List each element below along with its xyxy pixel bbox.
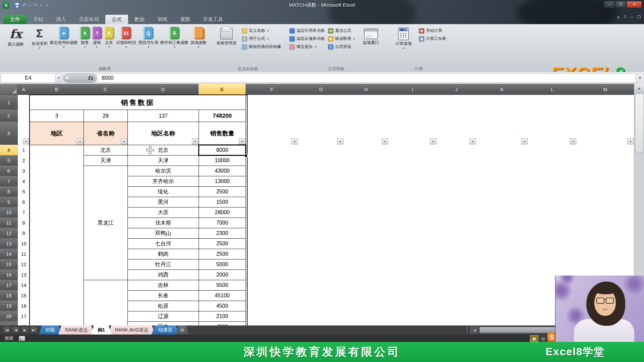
tab-splitter-handle[interactable] — [467, 326, 471, 334]
cell-D11[interactable]: 佳木斯 — [127, 218, 199, 228]
cell-C5-merged[interactable]: 天津 — [84, 155, 128, 166]
cell-F5[interactable] — [246, 155, 299, 166]
cell-I10[interactable] — [388, 207, 437, 218]
cell-K11[interactable] — [476, 218, 528, 228]
cell-K5[interactable] — [476, 155, 528, 166]
ribbon-button-最近使用的函数[interactable]: ★最近使用的函数▼ — [49, 25, 79, 66]
row-header-9[interactable]: 9 — [0, 197, 18, 207]
ribbon-tab-页面布局[interactable]: 页面布局 — [72, 15, 105, 24]
select-all-corner[interactable] — [0, 84, 18, 95]
row-header-2[interactable]: 2 — [0, 110, 18, 122]
cell-M7[interactable] — [577, 176, 634, 187]
cell-A16[interactable]: 13 — [18, 269, 30, 280]
cell-G9[interactable] — [298, 197, 344, 207]
ribbon-tab-开始[interactable]: 开始 — [27, 15, 50, 24]
cell-G18[interactable] — [298, 290, 344, 301]
ribbon-button-开始计算[interactable]: ▦开始计算 — [419, 28, 446, 34]
cell-A17[interactable]: 14 — [18, 280, 30, 291]
vertical-scrollbar-thumb[interactable] — [635, 94, 644, 153]
cell-F4[interactable] — [246, 145, 299, 156]
cell-F20[interactable] — [246, 311, 299, 322]
row-header-5[interactable]: 5 — [0, 155, 18, 166]
cell-M14[interactable] — [577, 249, 634, 259]
cell-D9[interactable]: 黑河 — [127, 197, 199, 207]
ribbon-button-计算选项[interactable]: 计算选项▼ — [390, 25, 417, 66]
cell-E12[interactable]: 2300 — [199, 228, 246, 239]
cell-H1[interactable] — [344, 95, 389, 110]
cell-G5[interactable] — [298, 155, 344, 166]
cell-K12[interactable] — [476, 228, 528, 239]
row-header-3[interactable]: 3 — [0, 122, 18, 145]
cell-K18[interactable] — [476, 290, 528, 301]
cell-F1[interactable] — [246, 95, 299, 110]
cell-F3[interactable] — [246, 122, 299, 145]
cell-E15[interactable]: 5000 — [199, 259, 246, 270]
expand-formula-bar-icon[interactable]: ▼ — [636, 74, 644, 82]
cell-G10[interactable] — [298, 207, 344, 218]
cell-J16[interactable] — [437, 269, 477, 280]
cell-E11[interactable]: 7000 — [199, 218, 246, 228]
last-sheet-icon[interactable]: ▶| — [30, 326, 38, 334]
ribbon-button-追踪引用单元格[interactable]: 追踪引用单元格 — [289, 28, 325, 34]
cell-D20[interactable]: 辽源 — [127, 311, 199, 322]
cell-C4-merged[interactable]: 北京 — [84, 145, 128, 156]
cell-M11[interactable] — [577, 218, 634, 228]
cell-E21[interactable]: 4000 — [199, 321, 246, 325]
column-header-I[interactable]: I — [388, 84, 437, 95]
cell-G16[interactable] — [298, 269, 344, 280]
cell-A4[interactable]: 1 — [18, 145, 30, 156]
cell-F17[interactable] — [246, 280, 299, 291]
cell-L10[interactable] — [528, 207, 577, 218]
row-header-16[interactable]: 16 — [0, 269, 18, 280]
ribbon-button-公式求值[interactable]: ƒ公式求值 — [328, 44, 356, 50]
maximize-button[interactable]: ❐ — [615, 1, 626, 8]
cell-D12[interactable]: 双鸭山 — [127, 228, 199, 239]
sheet-tab-例1[interactable]: 例1 — [91, 325, 112, 335]
cell-L6[interactable] — [528, 166, 577, 176]
cell-F16[interactable] — [246, 269, 299, 280]
cell-K14[interactable] — [476, 249, 528, 259]
cell-E20[interactable]: 2100 — [199, 311, 246, 322]
column-header-M[interactable]: M — [577, 84, 634, 95]
row-header-15[interactable]: 15 — [0, 259, 18, 270]
cell-D21[interactable]: 延吉 — [127, 321, 199, 325]
ribbon-button-自动求和[interactable]: Σ自动求和▼ — [31, 25, 49, 66]
column-header-K[interactable]: K — [476, 84, 528, 95]
cell-L15[interactable] — [528, 259, 577, 270]
cell-M4[interactable] — [577, 145, 634, 156]
cell-I18[interactable] — [388, 290, 437, 301]
cell-L1[interactable] — [528, 95, 577, 110]
cell-F2[interactable] — [246, 110, 299, 122]
cell-G12[interactable] — [298, 228, 344, 239]
sheet-tab-RANK.AVG语法[interactable]: RANK.AVG语法 — [108, 325, 155, 335]
cell-H21[interactable] — [344, 321, 389, 325]
cell-D2[interactable]: 137 — [127, 110, 199, 122]
cell-J13[interactable] — [437, 238, 477, 249]
cell-M9[interactable] — [577, 197, 634, 207]
cell-E2[interactable]: 748200 — [199, 110, 246, 122]
row-header-8[interactable]: 8 — [0, 186, 18, 197]
ribbon-tab-file[interactable]: 文件 — [3, 15, 27, 24]
hscroll-left-icon[interactable]: ◀ — [471, 326, 478, 334]
ribbon-button-追踪从属单元格[interactable]: 追踪从属单元格 — [289, 36, 325, 42]
autofilter-dropdown-K3[interactable]: ▼ — [521, 138, 528, 144]
cell-G21[interactable] — [298, 321, 344, 325]
cell-J10[interactable] — [437, 207, 477, 218]
cell-H15[interactable] — [344, 259, 389, 270]
cell-I12[interactable] — [388, 228, 437, 239]
cell-E9[interactable]: 1500 — [199, 197, 246, 207]
cell-G2[interactable] — [298, 110, 344, 122]
name-box[interactable]: E4 — [1, 73, 56, 83]
cell-J17[interactable] — [437, 280, 477, 291]
workbook-restore-icon[interactable]: ❐ — [637, 15, 641, 19]
ribbon-button-错误检查[interactable]: ◆错误检查▼ — [328, 36, 356, 42]
cell-K2[interactable] — [476, 110, 528, 122]
column-header-E[interactable]: E — [199, 84, 246, 95]
cell-C6-merged[interactable]: 黑龙江 — [84, 166, 128, 280]
macro-record-icon[interactable] — [19, 336, 25, 341]
column-header-H[interactable]: H — [344, 84, 389, 95]
ribbon-button-名称管理器[interactable]: 名称管理器 — [213, 25, 240, 66]
cell-L14[interactable] — [528, 249, 577, 259]
cell-K21[interactable] — [476, 321, 528, 325]
cell-H2[interactable] — [344, 110, 389, 122]
